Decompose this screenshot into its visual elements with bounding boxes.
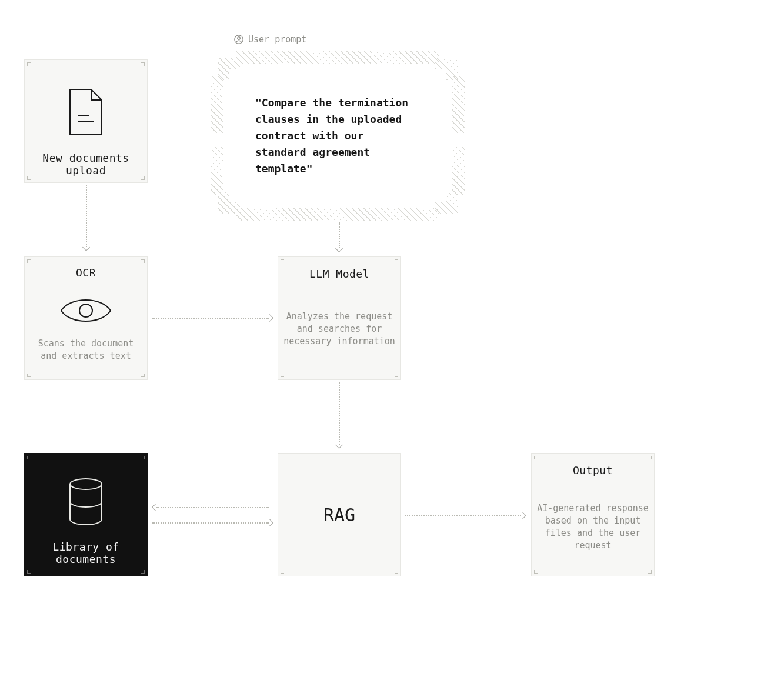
user-prompt-card: "Compare the termination clauses in the … (211, 51, 465, 221)
arrow-head (82, 244, 90, 251)
user-prompt-label-text: User prompt (248, 34, 306, 45)
ocr-sub: Scans the document and extracts text (33, 338, 139, 362)
rag-card: RAG (278, 453, 401, 576)
output-title: Output (573, 464, 613, 476)
user-prompt-body: "Compare the termination clauses in the … (229, 69, 446, 202)
diagram-canvas: User prompt "Compare the termination cla… (0, 0, 781, 700)
database-icon (68, 478, 104, 525)
output-sub: AI-generated response based on the input… (537, 502, 649, 552)
svg-point-5 (70, 479, 102, 489)
user-prompt-text: "Compare the termination clauses in the … (255, 95, 420, 176)
ocr-card: OCR Scans the document and extracts text (24, 256, 148, 380)
arrow-rag-to-library (156, 507, 269, 508)
svg-point-1 (238, 37, 241, 40)
library-title: Library of documents (36, 541, 136, 565)
output-card: Output AI-generated response based on th… (531, 453, 655, 576)
arrow-head (266, 519, 273, 526)
arrow-upload-to-ocr (86, 185, 87, 247)
svg-point-4 (79, 304, 92, 317)
arrow-head (266, 314, 273, 322)
arrow-head (335, 441, 343, 449)
llm-title: LLM Model (309, 268, 369, 280)
upload-title: New documents upload (36, 152, 136, 176)
arrow-head (152, 504, 159, 511)
user-prompt-label: User prompt (234, 34, 306, 45)
arrow-head (519, 512, 526, 519)
rag-title: RAG (323, 505, 355, 525)
llm-card: LLM Model Analyzes the request and searc… (278, 256, 401, 380)
eye-icon (59, 294, 112, 327)
arrow-rag-to-output (405, 515, 521, 516)
arrow-ocr-to-llm (152, 318, 269, 319)
library-card: Library of documents (24, 453, 148, 576)
upload-card: New documents upload (24, 59, 148, 183)
user-icon (234, 35, 243, 44)
arrow-library-to-rag (152, 522, 269, 524)
document-icon (68, 88, 104, 135)
llm-sub: Analyzes the request and searches for ne… (283, 311, 395, 348)
ocr-title: OCR (76, 266, 96, 279)
arrow-head (335, 245, 343, 252)
arrow-llm-to-rag (339, 382, 340, 445)
